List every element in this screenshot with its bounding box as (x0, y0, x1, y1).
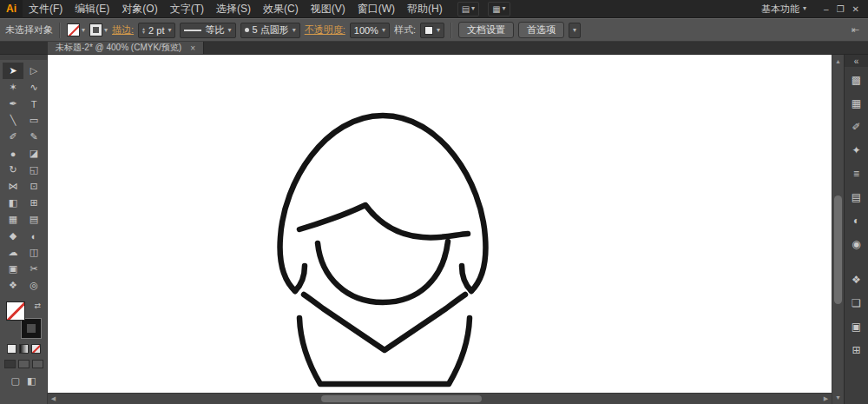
brushes-panel-icon[interactable]: ✐ (847, 119, 866, 135)
slice-tool[interactable]: ✂ (23, 261, 44, 277)
perspective-grid-tool[interactable]: ⊞ (23, 195, 44, 211)
arrange-documents-button[interactable]: ▦ ▾ (488, 2, 510, 17)
draw-inside-button[interactable] (32, 360, 43, 368)
artboard-canvas[interactable] (48, 55, 832, 393)
transparency-panel-icon[interactable]: ◐ (847, 213, 866, 228)
shape-builder-tool[interactable]: ◧ (3, 195, 23, 211)
mesh-tool[interactable]: ▦ (3, 211, 23, 228)
swatches-panel-icon[interactable]: ▦ (847, 96, 866, 111)
paintbrush-tool[interactable]: ✐ (3, 129, 23, 145)
menu-item-4[interactable]: 文字(T) (164, 0, 210, 18)
scroll-left-icon[interactable]: ◀ (48, 394, 59, 404)
color-button[interactable] (7, 344, 16, 354)
workspace-switcher[interactable]: 基本功能 ▾ (753, 3, 815, 16)
eyedropper-tool[interactable]: ◆ (3, 228, 23, 244)
style-label: 样式: (394, 23, 416, 36)
chevron-down-icon: ▾ (227, 27, 231, 34)
stepper-icon[interactable]: ▴▾ (142, 27, 145, 34)
document-setup-button[interactable]: 文档设置 (458, 22, 514, 38)
close-button[interactable]: ✕ (852, 4, 859, 14)
eraser-tool[interactable]: ◪ (23, 145, 44, 162)
separator (450, 23, 452, 38)
direct-selection-tool[interactable]: ▷ (23, 63, 44, 79)
color-panel-icon[interactable]: ▩ (847, 72, 866, 88)
layers-panel-icon[interactable]: ❏ (847, 295, 866, 311)
fill-color-box[interactable] (6, 301, 25, 321)
symbols-panel-icon[interactable]: ✦ (847, 142, 866, 158)
stroke-color-dropdown[interactable]: ▾ (89, 23, 108, 36)
rotate-tool[interactable]: ↻ (3, 162, 23, 178)
opacity-combo[interactable]: 100% ▾ (350, 23, 390, 38)
draw-normal-button[interactable] (4, 360, 16, 368)
free-transform-tool[interactable]: ⊡ (23, 178, 44, 195)
line-segment-tool[interactable]: ╲ (3, 112, 23, 129)
stroke-color-box[interactable] (22, 319, 41, 338)
symbol-sprayer-tool[interactable]: ☁ (3, 244, 23, 261)
menu-item-9[interactable]: 帮助(H) (401, 0, 449, 18)
expand-panels-icon[interactable]: « (845, 55, 868, 67)
chevron-down-icon: ▾ (82, 27, 85, 34)
gradient-button[interactable] (19, 344, 29, 354)
menu-item-3[interactable]: 对象(O) (115, 0, 163, 18)
restore-button[interactable]: ❐ (837, 4, 845, 14)
menu-item-5[interactable]: 选择(S) (210, 0, 257, 18)
none-button[interactable] (31, 344, 41, 354)
horizontal-scrollbar[interactable]: ◀ ▶ (48, 393, 832, 404)
menu-item-6[interactable]: 效果(C) (257, 0, 305, 18)
gradient-panel-icon[interactable]: ▤ (847, 189, 866, 205)
opacity-panel-link[interactable]: 不透明度: (305, 23, 345, 36)
stroke-panel-link[interactable]: 描边: (112, 23, 134, 36)
scroll-down-icon[interactable]: ▼ (832, 392, 844, 403)
width-profile-combo[interactable]: 等比 ▾ (180, 23, 235, 38)
minimize-button[interactable]: – (824, 4, 829, 14)
vertical-scrollbar[interactable]: ▲ ▼ (832, 55, 844, 404)
menu-item-7[interactable]: 视图(V) (305, 0, 352, 18)
collapse-panels-icon[interactable]: ⇤ (852, 24, 863, 36)
artwork-hair-path (280, 116, 486, 291)
menu-item-8[interactable]: 窗口(W) (352, 0, 401, 18)
toolbar-columns-icon[interactable]: ◧ (27, 375, 36, 387)
gradient-tool[interactable]: ▤ (23, 211, 44, 228)
menu-item-2[interactable]: 编辑(E) (69, 0, 115, 18)
woman-icon-artwork (48, 55, 832, 393)
stroke-weight-combo[interactable]: ▴▾ 2 pt ▾ (138, 23, 175, 38)
go-to-bridge-button[interactable]: ▤ ▾ (457, 2, 479, 17)
artboards-panel-icon[interactable]: ▣ (847, 319, 866, 334)
swap-fill-stroke-icon[interactable]: ⇄ (34, 301, 41, 310)
magic-wand-tool[interactable]: ✶ (3, 79, 23, 96)
width-tool-tool[interactable]: ⋈ (3, 178, 23, 195)
column-graph-tool[interactable]: ◫ (23, 244, 44, 261)
scale-tool[interactable]: ◱ (23, 162, 44, 178)
preferences-button[interactable]: 首选项 (518, 22, 564, 38)
draw-behind-button[interactable] (18, 360, 30, 368)
blend-tool[interactable]: ◐ (23, 228, 44, 244)
tab-close-icon[interactable]: × (190, 43, 195, 53)
control-panel-menu[interactable]: ▾ (569, 23, 581, 38)
style-combo[interactable]: ▾ (420, 23, 444, 38)
blob-brush-tool[interactable]: ● (3, 145, 23, 162)
pencil-tool[interactable]: ✎ (23, 129, 44, 145)
rectangle-tool[interactable]: ▭ (23, 112, 44, 129)
change-screen-mode-button[interactable]: ▢ (11, 375, 20, 387)
scroll-up-icon[interactable]: ▲ (832, 56, 844, 67)
zoom-tool[interactable]: ◎ (23, 277, 44, 294)
artwork-hair-tip-left-path (295, 266, 305, 291)
pen-tool[interactable]: ✒ (3, 96, 23, 112)
document-tab[interactable]: 未标题-2* @ 400% (CMYK/预览) × (48, 42, 204, 54)
menu-item-1[interactable]: 文件(F) (23, 0, 69, 18)
brush-definition-combo[interactable]: 5 点圆形 ▾ (240, 23, 300, 38)
selection-tool[interactable]: ➤ (3, 63, 23, 79)
scroll-right-icon[interactable]: ▶ (820, 394, 832, 404)
appearance-panel-icon[interactable]: ◉ (847, 236, 866, 252)
vertical-scroll-thumb[interactable] (834, 195, 842, 304)
stroke-panel-icon[interactable]: ≡ (847, 166, 866, 182)
hand-tool[interactable]: ❖ (3, 277, 23, 294)
lasso-tool[interactable]: ∿ (23, 79, 44, 96)
horizontal-scroll-thumb[interactable] (321, 395, 482, 402)
type-tool[interactable]: T (23, 96, 44, 112)
fill-color-dropdown[interactable]: ▾ (67, 23, 85, 36)
navigator-panel-icon[interactable]: ⊞ (847, 342, 866, 358)
tools-panel-header[interactable] (0, 55, 47, 60)
graphic-styles-panel-icon[interactable]: ❖ (847, 272, 866, 288)
artboard-tool[interactable]: ▣ (3, 261, 23, 277)
